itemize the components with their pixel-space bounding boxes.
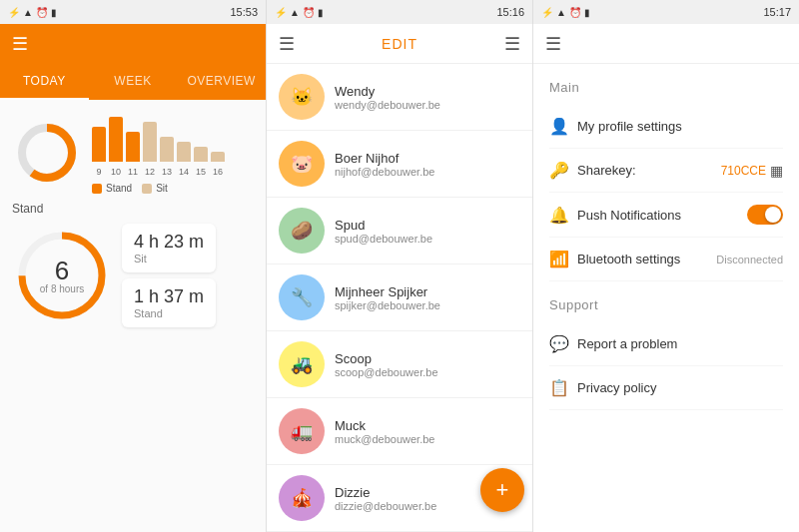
settings-privacy[interactable]: 📋 Privacy policy — [549, 366, 783, 410]
bar-2 — [126, 132, 140, 162]
contact-mijnheer[interactable]: 🔧 Mijnheer Spijker spijker@debouwer.be — [267, 265, 532, 331]
circle-sub: of 8 hours — [40, 283, 84, 294]
report-label: Report a problem — [577, 336, 783, 351]
push-toggle[interactable] — [747, 205, 783, 225]
bar-chart-bars — [92, 112, 254, 162]
bar-0 — [92, 127, 106, 162]
fab-button[interactable]: + — [480, 468, 524, 512]
contacts-list[interactable]: 🐱 Wendy wendy@debouwer.be 🐷 Boer Nijhof … — [267, 64, 532, 532]
toggle-knob — [765, 207, 781, 223]
settings-content: Main 👤 My profile settings 🔑 Sharekey: 7… — [533, 64, 799, 532]
profile-label: My profile settings — [577, 119, 783, 134]
middle-menu-icon[interactable]: ☰ — [279, 33, 295, 55]
contact-email-muck: muck@debouwer.be — [335, 433, 520, 445]
avatar-dizzie: 🎪 — [279, 475, 325, 521]
main-content: ☰ TODAY WEEK OVERVIEW — [0, 24, 799, 532]
donut-chart — [12, 118, 82, 188]
settings-push[interactable]: 🔔 Push Notifications — [549, 193, 783, 238]
contact-email-spud: spud@debouwer.be — [335, 233, 520, 245]
bar-3 — [143, 122, 157, 162]
time-middle: 15:16 — [496, 6, 524, 18]
settings-report[interactable]: 💬 Report a problem — [549, 322, 783, 366]
stand-row: 6 of 8 hours 4 h 23 m Sit 1 h 37 m Stand — [12, 224, 254, 327]
bar-label-4: 13 — [160, 167, 174, 177]
privacy-label: Privacy policy — [577, 380, 783, 395]
battery-icon-mid: ▮ — [318, 7, 324, 18]
bluetooth-icon: ⚡ — [8, 7, 20, 18]
bar-label-5: 14 — [177, 167, 191, 177]
bar-7 — [211, 152, 225, 162]
settings-bluetooth[interactable]: 📶 Bluetooth settings Disconnected — [549, 238, 783, 281]
settings-sharekey[interactable]: 🔑 Sharekey: 710CCE ▦ — [549, 149, 783, 193]
bar-chart: 9 10 11 12 13 14 15 16 Stand — [92, 112, 254, 194]
stand-time-block: 1 h 37 m Stand — [122, 278, 216, 327]
activity-content: 9 10 11 12 13 14 15 16 Stand — [0, 100, 266, 532]
profile-icon: 👤 — [549, 117, 577, 136]
alarm-icon: ⏰ — [36, 7, 48, 18]
bar-label-0: 9 — [92, 167, 106, 177]
chart-row: 9 10 11 12 13 14 15 16 Stand — [12, 112, 254, 194]
legend-dot-stand — [92, 184, 102, 194]
bluetooth-icon-mid: ⚡ — [275, 7, 287, 18]
tab-week[interactable]: WEEK — [89, 64, 178, 100]
contact-spud[interactable]: 🥔 Spud spud@debouwer.be — [267, 198, 532, 265]
contact-info-wendy: Wendy wendy@debouwer.be — [335, 84, 520, 111]
contact-name-muck: Muck — [335, 418, 520, 433]
contact-name-mijnheer: Mijnheer Spijker — [335, 284, 520, 299]
push-icon: 🔔 — [549, 206, 577, 225]
avatar-muck: 🚛 — [279, 408, 325, 454]
middle-header: ☰ EDIT ☰ — [267, 24, 532, 64]
tab-overview[interactable]: OVERVIEW — [177, 64, 266, 100]
left-menu-icon[interactable]: ☰ — [12, 33, 28, 55]
stand-time-value: 1 h 37 m — [134, 286, 204, 307]
push-label: Push Notifications — [577, 208, 747, 223]
tab-today[interactable]: TODAY — [0, 64, 89, 100]
contact-muck[interactable]: 🚛 Muck muck@debouwer.be — [267, 398, 532, 465]
bar-label-6: 15 — [194, 167, 208, 177]
signal-icon-right: ▲ — [556, 7, 566, 18]
stand-circle: 6 of 8 hours — [12, 226, 112, 325]
left-panel: ☰ TODAY WEEK OVERVIEW — [0, 24, 267, 532]
right-menu-icon[interactable]: ☰ — [545, 33, 561, 55]
middle-menu-icon-right[interactable]: ☰ — [504, 33, 520, 55]
contact-wendy[interactable]: 🐱 Wendy wendy@debouwer.be — [267, 64, 532, 131]
bar-5 — [177, 142, 191, 162]
right-header: ☰ — [533, 24, 799, 64]
status-bar-right: ⚡ ▲ ⏰ ▮ 15:17 — [533, 0, 799, 24]
bar-labels: 9 10 11 12 13 14 15 16 — [92, 167, 254, 177]
qr-icon[interactable]: ▦ — [770, 163, 783, 179]
sharekey-icon: 🔑 — [549, 161, 577, 180]
bar-4 — [160, 137, 174, 162]
support-section-label: Support — [549, 297, 783, 312]
stand-time-label: Stand — [134, 307, 204, 319]
settings-profile[interactable]: 👤 My profile settings — [549, 105, 783, 149]
tabs: TODAY WEEK OVERVIEW — [0, 64, 266, 100]
stand-section-label: Stand — [12, 202, 254, 216]
battery-icon-right: ▮ — [584, 7, 590, 18]
legend-stand: Stand — [92, 183, 132, 194]
avatar-boer: 🐷 — [279, 141, 325, 187]
sit-time-block: 4 h 23 m Sit — [122, 224, 216, 272]
bar-label-3: 12 — [143, 167, 157, 177]
contact-scoop[interactable]: 🚜 Scoop scoop@debouwer.be — [267, 331, 532, 398]
contact-email-scoop: scoop@debouwer.be — [335, 366, 520, 378]
bluetooth-status: Disconnected — [716, 254, 783, 266]
contact-boer[interactable]: 🐷 Boer Nijhof nijhof@debouwer.be — [267, 131, 532, 198]
contact-name-wendy: Wendy — [335, 84, 520, 99]
alarm-icon-mid: ⏰ — [303, 7, 315, 18]
legend: Stand Sit — [92, 183, 254, 194]
contact-name-spud: Spud — [335, 218, 520, 233]
circle-number: 6 — [40, 258, 84, 283]
contact-info-boer: Boer Nijhof nijhof@debouwer.be — [335, 151, 520, 178]
time-right: 15:17 — [763, 6, 791, 18]
avatar-wendy: 🐱 — [279, 74, 325, 120]
contact-info-spud: Spud spud@debouwer.be — [335, 218, 520, 245]
bar-6 — [194, 147, 208, 162]
edit-title: EDIT — [382, 36, 417, 52]
contact-name-boer: Boer Nijhof — [335, 151, 520, 166]
avatar-scoop: 🚜 — [279, 341, 325, 387]
status-bars: ⚡ ▲ ⏰ ▮ 15:53 ⚡ ▲ ⏰ ▮ 15:16 ⚡ ▲ ⏰ ▮ 15:1… — [0, 0, 799, 24]
contact-email-wendy: wendy@debouwer.be — [335, 99, 520, 111]
time-stats: 4 h 23 m Sit 1 h 37 m Stand — [122, 224, 216, 327]
legend-sit: Sit — [142, 183, 168, 194]
